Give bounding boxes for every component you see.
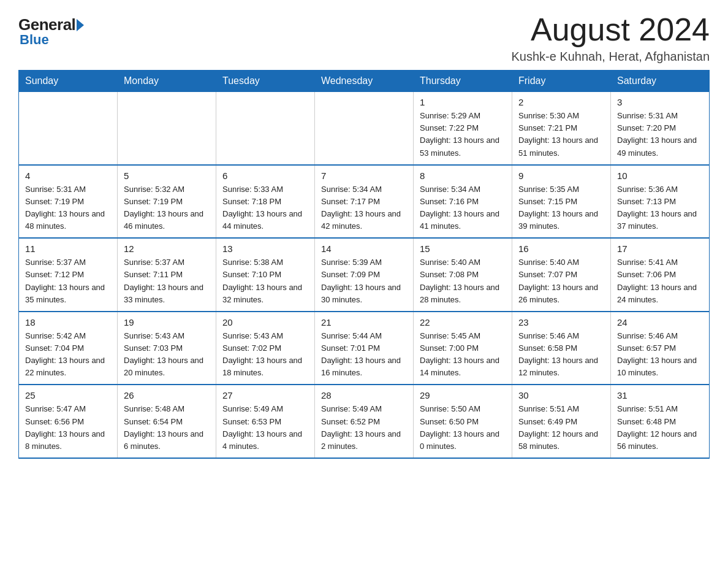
day-number: 23 [518,317,604,327]
calendar-cell: 5Sunrise: 5:32 AMSunset: 7:19 PMDaylight… [118,165,216,239]
day-info: Sunrise: 5:39 AMSunset: 7:09 PMDaylight:… [321,256,407,306]
day-info: Sunrise: 5:47 AMSunset: 6:56 PMDaylight:… [25,403,111,453]
day-number: 28 [321,390,407,400]
day-number: 19 [124,317,210,327]
day-number: 1 [420,97,506,107]
calendar-cell: 19Sunrise: 5:43 AMSunset: 7:03 PMDayligh… [118,312,216,385]
day-info: Sunrise: 5:38 AMSunset: 7:10 PMDaylight:… [222,256,308,306]
logo-triangle-icon [77,19,84,31]
day-number: 6 [222,170,308,181]
calendar-cell: 18Sunrise: 5:42 AMSunset: 7:04 PMDayligh… [19,312,118,385]
calendar-cell: 14Sunrise: 5:39 AMSunset: 7:09 PMDayligh… [315,238,414,312]
day-number: 21 [321,317,407,327]
calendar-cell: 28Sunrise: 5:49 AMSunset: 6:52 PMDayligh… [315,385,414,458]
day-info: Sunrise: 5:34 AMSunset: 7:17 PMDaylight:… [321,183,407,233]
calendar-cell: 17Sunrise: 5:41 AMSunset: 7:06 PMDayligh… [611,238,710,312]
day-number: 31 [617,390,703,400]
logo: General Blue [18,12,85,48]
calendar-week-row: 1Sunrise: 5:29 AMSunset: 7:22 PMDaylight… [19,92,710,165]
title-block: August 2024 Kushk-e Kuhnah, Herat, Afgha… [511,12,710,64]
day-number: 12 [124,243,210,254]
day-info: Sunrise: 5:32 AMSunset: 7:19 PMDaylight:… [124,183,210,233]
calendar-week-row: 25Sunrise: 5:47 AMSunset: 6:56 PMDayligh… [19,385,710,458]
day-info: Sunrise: 5:40 AMSunset: 7:07 PMDaylight:… [518,256,604,306]
calendar-cell: 13Sunrise: 5:38 AMSunset: 7:10 PMDayligh… [216,238,315,312]
day-number: 26 [124,390,210,400]
day-number: 14 [321,243,407,254]
day-of-week-header: Saturday [611,71,710,92]
calendar-cell: 7Sunrise: 5:34 AMSunset: 7:17 PMDaylight… [315,165,414,239]
day-number: 18 [25,317,111,327]
day-info: Sunrise: 5:31 AMSunset: 7:20 PMDaylight:… [617,110,703,159]
calendar-cell [118,92,216,165]
day-number: 30 [518,390,604,400]
calendar-cell: 4Sunrise: 5:31 AMSunset: 7:19 PMDaylight… [19,165,118,239]
day-number: 5 [124,170,210,181]
day-of-week-header: Sunday [19,71,118,92]
calendar-cell: 9Sunrise: 5:35 AMSunset: 7:15 PMDaylight… [512,165,611,239]
day-info: Sunrise: 5:48 AMSunset: 6:54 PMDaylight:… [124,403,210,453]
day-number: 29 [420,390,506,400]
day-number: 15 [420,243,506,254]
day-number: 9 [518,170,604,181]
logo-blue-text [75,19,85,31]
day-number: 10 [617,170,703,181]
calendar-cell: 15Sunrise: 5:40 AMSunset: 7:08 PMDayligh… [414,238,512,312]
calendar-cell: 26Sunrise: 5:48 AMSunset: 6:54 PMDayligh… [118,385,216,458]
day-of-week-header: Friday [512,71,611,92]
day-info: Sunrise: 5:43 AMSunset: 7:03 PMDaylight:… [124,330,210,380]
day-of-week-header: Wednesday [315,71,414,92]
day-info: Sunrise: 5:29 AMSunset: 7:22 PMDaylight:… [420,110,506,159]
calendar-week-row: 4Sunrise: 5:31 AMSunset: 7:19 PMDaylight… [19,165,710,239]
day-number: 13 [222,243,308,254]
page-header: General Blue August 2024 Kushk-e Kuhnah,… [18,12,710,64]
day-info: Sunrise: 5:37 AMSunset: 7:11 PMDaylight:… [124,256,210,306]
day-number: 27 [222,390,308,400]
calendar-header: SundayMondayTuesdayWednesdayThursdayFrid… [19,71,710,92]
day-info: Sunrise: 5:36 AMSunset: 7:13 PMDaylight:… [617,183,703,233]
day-number: 16 [518,243,604,254]
calendar-cell: 10Sunrise: 5:36 AMSunset: 7:13 PMDayligh… [611,165,710,239]
calendar-cell: 22Sunrise: 5:45 AMSunset: 7:00 PMDayligh… [414,312,512,385]
day-info: Sunrise: 5:33 AMSunset: 7:18 PMDaylight:… [222,183,308,233]
day-number: 22 [420,317,506,327]
day-info: Sunrise: 5:37 AMSunset: 7:12 PMDaylight:… [25,256,111,306]
calendar-cell: 2Sunrise: 5:30 AMSunset: 7:21 PMDaylight… [512,92,611,165]
calendar-cell: 30Sunrise: 5:51 AMSunset: 6:49 PMDayligh… [512,385,611,458]
day-of-week-header: Monday [118,71,216,92]
day-number: 17 [617,243,703,254]
day-number: 25 [25,390,111,400]
day-info: Sunrise: 5:30 AMSunset: 7:21 PMDaylight:… [518,110,604,159]
calendar-cell [315,92,414,165]
day-number: 20 [222,317,308,327]
day-info: Sunrise: 5:46 AMSunset: 6:58 PMDaylight:… [518,330,604,380]
calendar-cell: 6Sunrise: 5:33 AMSunset: 7:18 PMDaylight… [216,165,315,239]
day-info: Sunrise: 5:34 AMSunset: 7:16 PMDaylight:… [420,183,506,233]
calendar-cell: 16Sunrise: 5:40 AMSunset: 7:07 PMDayligh… [512,238,611,312]
month-title: August 2024 [511,12,710,47]
location-title: Kushk-e Kuhnah, Herat, Afghanistan [511,50,710,64]
calendar-cell: 29Sunrise: 5:50 AMSunset: 6:50 PMDayligh… [414,385,512,458]
calendar-body: 1Sunrise: 5:29 AMSunset: 7:22 PMDaylight… [19,92,710,458]
day-of-week-header: Tuesday [216,71,315,92]
day-of-week-header: Thursday [414,71,512,92]
day-info: Sunrise: 5:50 AMSunset: 6:50 PMDaylight:… [420,403,506,453]
calendar-cell: 27Sunrise: 5:49 AMSunset: 6:53 PMDayligh… [216,385,315,458]
calendar-cell [19,92,118,165]
calendar-cell: 11Sunrise: 5:37 AMSunset: 7:12 PMDayligh… [19,238,118,312]
day-info: Sunrise: 5:40 AMSunset: 7:08 PMDaylight:… [420,256,506,306]
day-info: Sunrise: 5:42 AMSunset: 7:04 PMDaylight:… [25,330,111,380]
calendar-cell [216,92,315,165]
day-info: Sunrise: 5:31 AMSunset: 7:19 PMDaylight:… [25,183,111,233]
day-number: 8 [420,170,506,181]
day-info: Sunrise: 5:49 AMSunset: 6:52 PMDaylight:… [321,403,407,453]
day-number: 2 [518,97,604,107]
calendar-cell: 1Sunrise: 5:29 AMSunset: 7:22 PMDaylight… [414,92,512,165]
day-info: Sunrise: 5:46 AMSunset: 6:57 PMDaylight:… [617,330,703,380]
calendar-week-row: 11Sunrise: 5:37 AMSunset: 7:12 PMDayligh… [19,238,710,312]
day-info: Sunrise: 5:35 AMSunset: 7:15 PMDaylight:… [518,183,604,233]
day-info: Sunrise: 5:41 AMSunset: 7:06 PMDaylight:… [617,256,703,306]
day-info: Sunrise: 5:51 AMSunset: 6:48 PMDaylight:… [617,403,703,453]
day-info: Sunrise: 5:44 AMSunset: 7:01 PMDaylight:… [321,330,407,380]
calendar-table: SundayMondayTuesdayWednesdayThursdayFrid… [18,70,710,459]
